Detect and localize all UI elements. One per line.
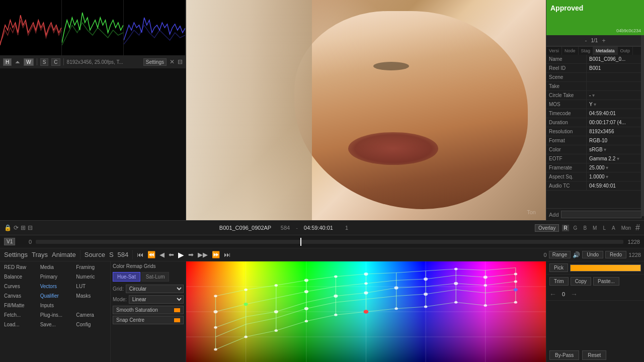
tab-stag[interactable]: Stag [579, 47, 594, 55]
grid-select[interactable]: Circular Square [126, 285, 184, 293]
tool-plugins[interactable]: Plug-ins... [37, 310, 73, 320]
tool-config[interactable]: Config [73, 320, 109, 329]
meta-val-format[interactable]: RGB-10 [587, 136, 644, 145]
prev-frame-button[interactable]: ◀ [158, 250, 166, 259]
trays-tab[interactable]: Trays [31, 250, 49, 259]
right-scrollbar[interactable] [641, 35, 644, 216]
bypass-button[interactable]: By-Pass [549, 350, 579, 360]
tab-metadata[interactable]: Metadata [593, 47, 618, 55]
fast-forward-button[interactable]: ⏩ [211, 250, 221, 259]
expand-waveform-icon[interactable]: ⊟ [178, 58, 183, 65]
meta-val-color[interactable]: sRGB [587, 145, 644, 154]
forward-end-button[interactable]: ⏭ [223, 250, 231, 259]
lock-icon[interactable]: 🔒 [4, 224, 12, 231]
meta-val-scene[interactable] [587, 73, 644, 81]
arrow-left-button[interactable]: ← [549, 290, 556, 298]
tool-fillmatte[interactable]: Fill/Matte [1, 301, 37, 310]
tool-load[interactable]: Load... [1, 320, 37, 329]
584-tab[interactable]: 584 [117, 250, 130, 259]
meta-val-timecode[interactable]: 04:59:40:01 [587, 109, 644, 118]
trim-button[interactable]: Trim [549, 277, 569, 286]
reset-button[interactable]: Reset [582, 350, 606, 360]
meta-val-framerate[interactable]: 25.000 [587, 163, 644, 172]
meta-val-audiotc[interactable]: 04:59:40:01 [587, 182, 644, 190]
meta-val-eotf[interactable]: Gamma 2.2 [587, 154, 644, 163]
tool-inputs[interactable]: Inputs [37, 301, 73, 310]
settings-tab[interactable]: Settings [3, 250, 29, 259]
paste-button[interactable]: Paste... [593, 277, 619, 286]
s-button[interactable]: S [40, 58, 49, 66]
tab-versi[interactable]: Versi [546, 47, 562, 55]
animate-tab[interactable]: Animate [51, 250, 77, 259]
tool-balance[interactable]: Balance [1, 272, 37, 282]
rewind-start-button[interactable]: ⏮ [136, 250, 144, 259]
grid-icon[interactable]: ⊞ [21, 224, 26, 231]
channel-g-button[interactable]: G [572, 225, 579, 231]
undo-button[interactable]: Undo [582, 251, 603, 258]
tool-numeric[interactable]: Numeric [73, 272, 109, 282]
meta-val-take[interactable] [587, 82, 644, 90]
tool-save[interactable]: Save... [37, 320, 73, 329]
hue-sat-tab[interactable]: Hue-Sat [113, 272, 140, 282]
loop-icon[interactable]: ⟳ [14, 224, 19, 231]
next-button[interactable]: ➡ [187, 250, 195, 259]
channel-l-button[interactable]: L [601, 225, 607, 231]
tool-camera[interactable]: Camera [73, 310, 109, 320]
meta-val-circletake[interactable]: - [587, 91, 644, 100]
tool-canvas[interactable]: Canvas [1, 291, 37, 301]
overlay-button[interactable]: Overlay [535, 224, 559, 232]
tool-media[interactable]: Media [37, 262, 73, 272]
channel-m-button[interactable]: M [591, 225, 598, 231]
audio-icon[interactable]: 🔊 [573, 251, 580, 258]
source-tab[interactable]: Source [84, 250, 106, 259]
channel-a-button[interactable]: A [610, 225, 617, 231]
pick-button[interactable]: Pick [549, 263, 568, 272]
w-button[interactable]: W [24, 58, 33, 66]
copy-button[interactable]: Copy [571, 277, 591, 286]
channel-r-button[interactable]: R [562, 225, 569, 231]
sat-lum-tab[interactable]: Sat-Lum [141, 272, 170, 282]
bars-icon[interactable]: ⊟ [28, 224, 33, 231]
mon-button[interactable]: Mon [620, 225, 632, 231]
waveform-icon-1[interactable]: ⏶ [15, 58, 21, 65]
tool-vectors[interactable]: Vectors [37, 282, 73, 291]
tool-primary[interactable]: Primary [37, 272, 73, 282]
channel-b-button[interactable]: B [582, 225, 588, 231]
tool-qualifier[interactable]: Qualifier [37, 291, 73, 301]
meta-val-mos[interactable]: Y [587, 100, 644, 109]
tool-red-raw[interactable]: RED Raw [1, 262, 37, 272]
right-controls: Pick Trim Copy Paste... ← 0 → By-Pass Re… [546, 261, 644, 362]
grid-overlay-icon[interactable]: # [635, 223, 640, 232]
tool-masks[interactable]: Masks [73, 291, 109, 301]
add-metadata-input[interactable] [561, 211, 641, 218]
close-waveform-icon[interactable]: ✕ [170, 58, 175, 65]
tab-outp[interactable]: Outp [618, 47, 633, 55]
range-button[interactable]: Range [549, 251, 571, 258]
s-tab[interactable]: S [108, 250, 115, 259]
c-button[interactable]: C [51, 58, 60, 66]
meta-val-duration[interactable]: 00:00:17:07 (4... [587, 118, 644, 127]
mode-select[interactable]: Linear Smooth [129, 295, 184, 304]
snap-centre-button[interactable]: Snap Centre [113, 316, 184, 324]
timeline-track[interactable] [36, 240, 623, 244]
settings-button[interactable]: Settings [143, 58, 167, 66]
meta-val-name[interactable]: B001_C096_0... [587, 55, 644, 63]
tool-framing[interactable]: Framing [73, 262, 109, 272]
h-button[interactable]: H [3, 58, 12, 66]
redo-button[interactable]: Redo [605, 251, 626, 258]
tool-lut[interactable]: LUT [73, 282, 109, 291]
prev-button[interactable]: ⬅ [168, 250, 175, 259]
meta-val-aspect[interactable]: 1.0000 [587, 172, 644, 181]
play-button[interactable]: ▶ [177, 249, 185, 260]
smooth-sat-button[interactable]: Smooth Saturation [113, 306, 184, 314]
meta-val-reelid[interactable]: B001 [587, 64, 644, 72]
tool-fetch[interactable]: Fetch... [1, 310, 37, 320]
tool-curves[interactable]: Curves [1, 282, 37, 291]
tab-node[interactable]: Node [562, 47, 579, 55]
meta-val-resolution[interactable]: 8192x3456 [587, 127, 644, 136]
nav-minus-button[interactable]: - [585, 37, 587, 44]
next-frame-button[interactable]: ▶▶ [197, 250, 209, 259]
arrow-right-button[interactable]: → [571, 290, 578, 298]
step-back-button[interactable]: ⏪ [146, 250, 156, 259]
nav-plus-button[interactable]: + [602, 37, 605, 44]
